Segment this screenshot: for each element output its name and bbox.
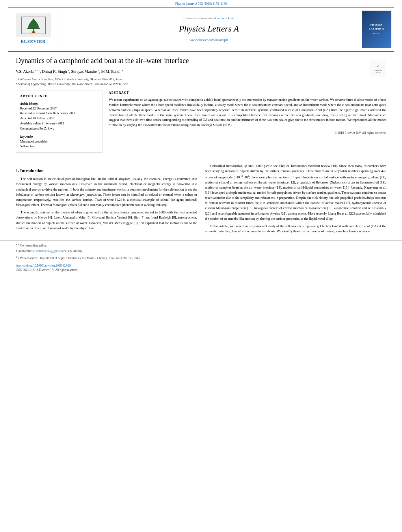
section-heading: Introduction	[20, 168, 44, 173]
body-right-para-1: a historical introduction up until 1869 …	[205, 163, 386, 221]
affiliation-a: a Collective Interactions Unit, OIST Gra…	[16, 77, 386, 82]
section-divider	[16, 160, 386, 160]
intro-section-title: 1. Introduction	[16, 167, 197, 174]
keyword-2: Self-motion	[20, 144, 98, 149]
journal-cover-image: PHYSICS LETTERS A Elsevier	[355, 11, 394, 48]
article-info-box: ARTICLE INFO Article history: Received 2…	[16, 91, 102, 153]
email-footnote: E-mail address: sathishakella@gmail.com …	[16, 249, 386, 254]
body-right-column: a historical introduction up until 1869 …	[205, 163, 386, 236]
available-date: Available online 21 February 2018	[20, 121, 98, 126]
keyword-1: Marangoni propulsion	[20, 139, 98, 145]
intro-paragraph-2: The scientific interest in the motion of…	[16, 210, 197, 231]
intro-paragraph-1: The self-motion is an essential part of …	[16, 176, 197, 208]
body-right-para-2: In this article, we present an experimen…	[205, 224, 386, 234]
citation-bar: Physics Letters A 382 (2018) 1176–1180	[0, 0, 402, 7]
section-number: 1.	[16, 168, 19, 173]
issn-line: 0375-9601/© 2018 Elsevier B.V. All right…	[16, 268, 386, 272]
elsevier-wordmark: ELSEVIER	[21, 39, 46, 45]
article-history: Article history: Received 22 December 20…	[20, 102, 98, 132]
keywords-label: Keywords:	[20, 135, 98, 139]
revised-date: Received in revised form 16 February 201…	[20, 111, 98, 116]
elsevier-logo-section: ELSEVIER	[8, 11, 63, 48]
keywords-section: Keywords: Marangoni propulsion Self-moti…	[20, 135, 98, 150]
footer-section: * * Corresponding author. E-mail address…	[0, 240, 402, 274]
communicated-by: Communicated by Z. Siwy	[20, 126, 98, 132]
article-info-abstract-row: ARTICLE INFO Article history: Received 2…	[16, 91, 386, 153]
received-date: Received 22 December 2017	[20, 106, 98, 111]
abstract-heading: ABSTRACT	[109, 91, 386, 95]
contents-label: Contents lists available at	[184, 17, 216, 20]
journal-center-info: Contents lists available at ScienceDirec…	[63, 11, 355, 48]
cover-thumbnail: PHYSICS LETTERS A Elsevier	[362, 11, 391, 48]
affiliation-b: b School of Engineering, Brown Universit…	[16, 82, 386, 87]
body-section: 1. Introduction The self-motion is an es…	[0, 163, 402, 236]
journal-url[interactable]: www.elsevier.com/locate/pla	[190, 37, 228, 42]
elsevier-tree-logo	[16, 13, 51, 37]
copyright-line: © 2018 Elsevier B.V. All rights reserved…	[109, 131, 386, 135]
affiliations: a Collective Interactions Unit, OIST Gra…	[16, 77, 386, 87]
doi-line[interactable]: https://doi.org/10.1016/j.physleta.2018.…	[16, 264, 386, 268]
email-link[interactable]: sathishakella@gmail.com	[35, 249, 66, 253]
body-left-column: 1. Introduction The self-motion is an es…	[16, 163, 197, 236]
contents-available-line: Contents lists available at ScienceDirec…	[184, 16, 234, 21]
abstract-section: ABSTRACT We report experiments on an aga…	[109, 91, 386, 153]
paper-section: Dynamics of a camphoric acid boat at the…	[0, 52, 402, 157]
history-label: Article history:	[20, 102, 98, 106]
journal-header: ELSEVIER Contents lists available at Sci…	[8, 7, 394, 52]
paper-title: Dynamics of a camphoric acid boat at the…	[16, 56, 386, 65]
body-two-columns: 1. Introduction The self-motion is an es…	[16, 163, 386, 236]
authors-text: V.S. Akella a,*,1, Dhiraj K. Singh a, Sh…	[16, 69, 123, 74]
article-info-heading: ARTICLE INFO	[20, 94, 98, 99]
abstract-text: We report experiments on an agarose gel …	[109, 97, 386, 128]
paper-authors: V.S. Akella a,*,1, Dhiraj K. Singh a, Sh…	[16, 69, 386, 75]
citation-text: Physics Letters A 382 (2018) 1176–1180	[175, 2, 227, 6]
svg-point-5	[33, 24, 34, 25]
sciencedirect-link[interactable]: ScienceDirect	[217, 17, 234, 20]
accepted-date: Accepted 18 February 2018	[20, 116, 98, 121]
journal-title: Physics Letters A	[179, 22, 239, 35]
check-updates-badge[interactable]: ✓ Check forupdates	[370, 61, 386, 77]
footnote-1: 1 1 Present address: Department of Appli…	[16, 255, 386, 260]
corresponding-author-note: * * Corresponding author.	[16, 244, 386, 248]
